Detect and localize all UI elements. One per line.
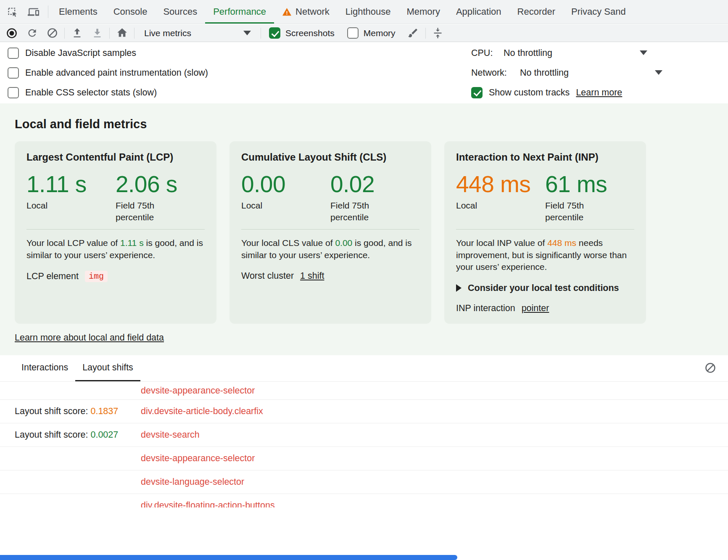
lcp-local-block: 1.11 s Local	[26, 172, 116, 223]
inp-interaction-link[interactable]: pointer	[522, 303, 549, 314]
lcp-field-block: 2.06 s Field 75th percentile	[116, 172, 205, 223]
separator	[134, 28, 135, 39]
cpu-throttling-select[interactable]: No throttling	[504, 48, 552, 58]
device-toolbar-button[interactable]	[24, 3, 42, 21]
memory-toggle[interactable]: Memory	[347, 27, 396, 39]
local-test-conditions-disclosure[interactable]: Consider your local test conditions	[456, 283, 634, 293]
record-icon	[6, 27, 18, 39]
inp-field-block: 61 ms Field 75th percentile	[545, 172, 634, 223]
lcp-local-value: 1.11 s	[26, 172, 116, 198]
brush-icon	[407, 27, 419, 39]
disclosure-triangle-icon	[456, 284, 462, 292]
node-link[interactable]: devsite-appearance-selector	[141, 386, 255, 396]
cpu-caret-icon[interactable]	[640, 50, 647, 55]
tab-sources[interactable]: Sources	[155, 0, 205, 24]
node-link[interactable]: devsite-search	[141, 430, 200, 440]
separator	[64, 28, 65, 39]
record-button[interactable]	[4, 26, 19, 41]
tab-elements[interactable]: Elements	[51, 0, 106, 24]
network-caret-icon[interactable]	[655, 70, 662, 75]
local-field-metrics-section: Local and field metrics Largest Contentf…	[0, 103, 728, 355]
inp-field-value: 61 ms	[545, 172, 634, 198]
layout-shift-row[interactable]: devsite-appearance-selector	[0, 447, 728, 470]
custom-tracks-checkbox[interactable]	[471, 87, 483, 98]
live-metrics-log: Interactions Layout shifts devsite-appea…	[0, 355, 728, 560]
inp-local-value: 448 ms	[456, 172, 545, 198]
lcp-field-value: 2.06 s	[116, 172, 205, 198]
cls-local-label: Local	[241, 200, 294, 211]
clear-icon	[47, 27, 58, 39]
layout-shift-row[interactable]: Layout shift score: 0.1837 div.devsite-a…	[0, 400, 728, 423]
advanced-paint-checkbox[interactable]	[8, 67, 19, 79]
separator	[425, 28, 426, 39]
tab-layout-shifts[interactable]: Layout shifts	[75, 355, 140, 381]
worst-cluster-label: Worst cluster	[241, 271, 294, 281]
disable-js-samples-label: Disable JavaScript samples	[25, 48, 136, 58]
history-dropdown-value: Live metrics	[144, 28, 191, 38]
tab-application[interactable]: Application	[448, 0, 509, 24]
worst-cluster-link[interactable]: 1 shift	[300, 271, 324, 281]
panel-tabs: Elements Console Sources Performance Net…	[51, 0, 728, 24]
score-value: 0.0027	[90, 430, 118, 440]
cls-field-label: Field 75th percentile	[330, 200, 383, 224]
divider	[26, 229, 205, 230]
screenshots-checkbox[interactable]	[269, 27, 280, 39]
inp-field-label: Field 75th percentile	[545, 200, 598, 224]
local-test-conditions-label: Consider your local test conditions	[468, 283, 619, 293]
tab-recorder[interactable]: Recorder	[509, 0, 563, 24]
clear-log-button[interactable]	[704, 361, 719, 375]
load-profile-button[interactable]	[69, 26, 84, 41]
node-link[interactable]: div.devsite-article-body.clearfix	[141, 406, 263, 417]
shortcuts-dialog-button[interactable]	[430, 26, 446, 41]
clear-button[interactable]	[45, 26, 60, 41]
score-label: Layout shift score:	[15, 430, 90, 440]
network-warning-icon	[282, 7, 292, 17]
screenshots-toggle[interactable]: Screenshots	[269, 27, 335, 39]
tab-lighthouse[interactable]: Lighthouse	[338, 0, 399, 24]
cpu-throttling-label: CPU:	[471, 48, 497, 58]
tab-privacy-sandbox[interactable]: Privacy Sand	[563, 0, 634, 24]
layout-shift-row[interactable]: devsite-language-selector	[0, 470, 728, 494]
reload-and-record-button[interactable]	[24, 26, 40, 41]
dropdown-caret-icon	[243, 31, 251, 35]
node-link[interactable]: devsite-language-selector	[141, 477, 244, 487]
custom-tracks-learn-more-link[interactable]: Learn more	[576, 87, 622, 98]
save-profile-button[interactable]	[90, 26, 105, 41]
tab-network[interactable]: Network	[274, 0, 338, 24]
divider	[241, 229, 419, 230]
cls-field-value: 0.02	[330, 172, 419, 198]
advanced-paint-row[interactable]: Enable advanced paint instrumentation (s…	[8, 66, 208, 80]
history-dropdown[interactable]: Live metrics	[139, 28, 256, 38]
tab-performance[interactable]: Performance	[205, 0, 274, 24]
css-selector-stats-checkbox[interactable]	[8, 87, 19, 98]
collect-garbage-button[interactable]	[406, 26, 421, 41]
tab-console[interactable]: Console	[106, 0, 156, 24]
learn-more-local-field-link[interactable]: Learn more about local and field data	[15, 333, 164, 343]
inspect-icon	[7, 6, 18, 18]
memory-checkbox[interactable]	[347, 27, 359, 39]
layout-shift-row[interactable]: div.devsite-floating-action-buttons	[0, 494, 728, 507]
layout-shift-row[interactable]: devsite-appearance-selector	[0, 382, 728, 400]
disable-js-samples-row[interactable]: Disable JavaScript samples	[8, 46, 136, 60]
collapse-icon	[432, 27, 443, 39]
node-link[interactable]: div.devsite-floating-action-buttons	[141, 500, 275, 507]
tab-interactions[interactable]: Interactions	[14, 355, 75, 381]
log-tabs: Interactions Layout shifts	[0, 355, 728, 381]
disable-js-samples-checkbox[interactable]	[8, 48, 19, 59]
css-selector-stats-row[interactable]: Enable CSS selector stats (slow)	[8, 85, 157, 100]
home-button[interactable]	[114, 26, 129, 41]
score-value: 0.1837	[90, 406, 118, 416]
inspect-element-button[interactable]	[3, 3, 21, 21]
custom-tracks-row[interactable]: Show custom tracks Learn more	[471, 85, 728, 100]
metrics-heading: Local and field metrics	[15, 117, 147, 131]
node-link[interactable]: devsite-appearance-selector	[141, 453, 255, 464]
tab-memory[interactable]: Memory	[398, 0, 448, 24]
lcp-element-node-link[interactable]: img	[85, 271, 108, 282]
separator	[261, 28, 261, 39]
inp-interaction-label: INP interaction	[456, 303, 515, 314]
layout-shift-row[interactable]: Layout shift score: 0.0027 devsite-searc…	[0, 423, 728, 447]
network-throttling-select[interactable]: No throttling	[520, 68, 569, 78]
separator	[109, 28, 110, 39]
advanced-paint-label: Enable advanced paint instrumentation (s…	[25, 68, 208, 78]
horizontal-scrollbar-thumb[interactable]	[0, 555, 457, 560]
